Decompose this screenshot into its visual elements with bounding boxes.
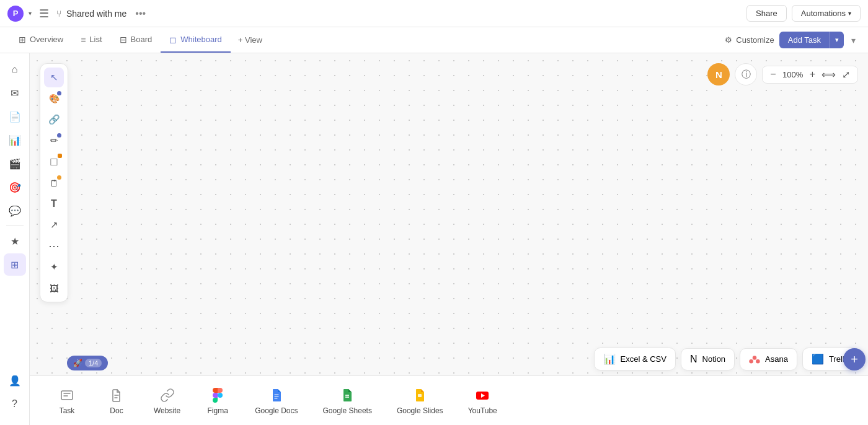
- tab-bar-more-button[interactable]: ▾: [849, 33, 858, 48]
- zoom-in-button[interactable]: +: [808, 69, 817, 80]
- tab-board[interactable]: ⊟ Board: [111, 27, 161, 53]
- spaces-icon: 🎬: [9, 158, 21, 170]
- asana-card[interactable]: Asana: [740, 348, 797, 370]
- svg-rect-4: [418, 394, 422, 397]
- svg-rect-3: [61, 391, 73, 400]
- sticky-tool[interactable]: 🗒: [44, 173, 64, 193]
- colorpicker-tool[interactable]: 🎨: [44, 89, 64, 108]
- embed-items-container: Task Doc: [42, 382, 856, 420]
- sidebar-item-favorites[interactable]: ★: [4, 230, 26, 252]
- sidebar-item-help[interactable]: ?: [4, 393, 26, 415]
- shape-icon: □: [51, 156, 58, 169]
- sidebar-item-apps[interactable]: ⊞: [4, 253, 26, 276]
- embed-website[interactable]: Website: [141, 382, 193, 420]
- tab-whiteboard-label: Whiteboard: [180, 35, 221, 44]
- sidebar-item-spaces[interactable]: 🎬: [4, 152, 26, 175]
- notion-card[interactable]: N Notion: [681, 348, 735, 370]
- pulse-icon: 📊: [9, 134, 21, 146]
- colorpicker-dot: [57, 91, 61, 95]
- whiteboard-icon: ◻: [169, 35, 177, 45]
- sidebar-divider: [6, 226, 24, 226]
- star-icon: ★: [11, 235, 19, 247]
- connect-tool[interactable]: ⋯: [44, 236, 64, 256]
- sidebar-toggle-button[interactable]: ☰: [37, 4, 51, 23]
- top-bar-left: P ▾ ☰ ⑂ Shared with me •••: [7, 4, 149, 23]
- arrow-tool[interactable]: ↗: [44, 215, 64, 235]
- tab-list[interactable]: ≡ List: [72, 27, 110, 53]
- google-slides-label: Google Slides: [397, 406, 443, 415]
- customize-button[interactable]: ⚙ Customize: [725, 35, 774, 45]
- embed-task[interactable]: Task: [42, 382, 92, 420]
- integration-cards: 📊 Excel & CSV N Notion Asana 🟦: [594, 348, 858, 370]
- pen-icon: ✏: [50, 135, 58, 146]
- avatar-chevron-icon[interactable]: ▾: [29, 10, 32, 17]
- add-view-label: + View: [238, 35, 262, 45]
- tab-overview[interactable]: ⊞ Overview: [10, 27, 72, 53]
- text-icon: T: [51, 198, 57, 209]
- sidebar-item-home[interactable]: ⌂: [4, 58, 26, 81]
- sidebar-bottom: 👤 ?: [4, 369, 26, 420]
- breadcrumb-text: Shared with me: [66, 9, 126, 19]
- whiteboard-area: ↖ 🎨 🔗 ✏ □ 🗒: [30, 53, 868, 425]
- task-icon: [58, 387, 76, 404]
- sidebar-item-inbox[interactable]: ✉: [4, 82, 26, 104]
- docs-icon: 📄: [9, 111, 21, 123]
- figma-icon: [209, 387, 226, 404]
- zoom-out-button[interactable]: −: [769, 69, 777, 80]
- embed-youtube[interactable]: YouTube: [456, 382, 510, 420]
- add-task-button[interactable]: Add Task: [779, 32, 830, 48]
- launch-button[interactable]: 🚀 1/4: [67, 356, 108, 370]
- website-label: Website: [154, 406, 180, 415]
- sidebar-item-people[interactable]: 👤: [4, 369, 26, 392]
- top-bar-right: Share Automations ▾: [746, 5, 861, 22]
- effects-tool[interactable]: ✦: [44, 257, 64, 277]
- list-icon: ≡: [81, 35, 86, 45]
- shape-tool[interactable]: □: [44, 152, 64, 172]
- tab-bar: ⊞ Overview ≡ List ⊟ Board ◻ Whiteboard +…: [0, 27, 868, 53]
- fullscreen-button[interactable]: ⤢: [841, 69, 851, 81]
- add-task-chevron-button[interactable]: ▾: [830, 32, 844, 48]
- embed-google-slides[interactable]: Google Slides: [384, 382, 456, 420]
- launch-count: 1/4: [85, 359, 102, 367]
- sidebar-item-pulse[interactable]: 📊: [4, 129, 26, 151]
- chat-icon: 💬: [9, 205, 21, 217]
- tab-bar-right: ⚙ Customize Add Task ▾ ▾: [725, 32, 858, 48]
- automations-button[interactable]: Automations ▾: [792, 5, 861, 22]
- fab-button[interactable]: +: [843, 348, 866, 370]
- image-tool[interactable]: 🖼: [44, 278, 64, 298]
- add-task-group: Add Task ▾: [779, 32, 844, 48]
- task-label: Task: [60, 406, 75, 415]
- embed-figma[interactable]: Figma: [193, 382, 242, 420]
- sidebar-item-goals[interactable]: 🎯: [4, 176, 26, 198]
- excel-card[interactable]: 📊 Excel & CSV: [594, 348, 676, 370]
- tab-whiteboard[interactable]: ◻ Whiteboard: [161, 27, 230, 53]
- overview-icon: ⊞: [19, 35, 26, 45]
- notion-label: Notion: [702, 354, 726, 364]
- automations-chevron-icon: ▾: [848, 10, 851, 17]
- embed-doc[interactable]: Doc: [92, 382, 141, 420]
- embed-google-sheets[interactable]: Google Sheets: [311, 382, 384, 420]
- pen-tool[interactable]: ✏: [44, 131, 64, 151]
- link-tool[interactable]: 🔗: [44, 110, 64, 129]
- asana-label: Asana: [765, 354, 788, 364]
- share-button[interactable]: Share: [746, 5, 787, 22]
- sticky-dot: [57, 175, 61, 180]
- info-button[interactable]: ⓘ: [735, 63, 757, 85]
- fit-to-screen-button[interactable]: ⟺: [820, 69, 837, 81]
- tab-list-label: List: [89, 35, 102, 44]
- people-icon: 👤: [9, 375, 21, 387]
- user-avatar[interactable]: P: [7, 6, 24, 22]
- whiteboard-canvas[interactable]: ↖ 🎨 🔗 ✏ □ 🗒: [30, 53, 868, 425]
- add-view-button[interactable]: + View: [231, 35, 270, 45]
- text-tool[interactable]: T: [44, 194, 64, 214]
- more-options-button[interactable]: •••: [131, 7, 149, 20]
- sidebar-item-docs[interactable]: 📄: [4, 105, 26, 128]
- launch-area: 🚀 1/4: [67, 356, 108, 370]
- doc-icon: [108, 387, 125, 404]
- embed-google-docs[interactable]: Google Docs: [242, 382, 310, 420]
- image-icon: 🖼: [50, 283, 59, 294]
- sidebar-item-chat[interactable]: 💬: [4, 199, 26, 222]
- goals-icon: 🎯: [9, 182, 21, 193]
- select-tool[interactable]: ↖: [44, 68, 64, 87]
- shared-icon: ⑂: [56, 9, 61, 19]
